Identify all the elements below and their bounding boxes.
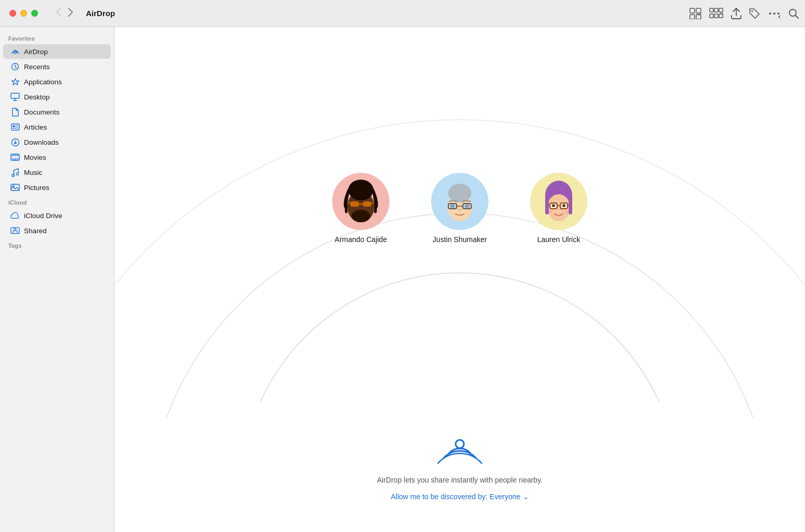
sidebar-item-recents[interactable]: Recents: [3, 59, 111, 74]
svg-rect-0: [690, 8, 695, 13]
svg-rect-31: [363, 201, 371, 207]
favorites-label: Favorites: [0, 31, 114, 44]
bottom-section: AirDrop lets you share instantly with pe…: [115, 421, 805, 501]
shared-icon: [10, 226, 20, 235]
svg-rect-8: [714, 14, 718, 18]
forward-button[interactable]: [66, 7, 76, 20]
window-title: AirDrop: [86, 9, 115, 18]
svg-point-48: [562, 204, 565, 207]
sidebar-item-movies-label: Movies: [24, 154, 46, 161]
svg-point-53: [456, 440, 464, 448]
svg-point-39: [464, 204, 470, 208]
content-area: Armando Cajide: [115, 27, 805, 532]
sidebar-item-music-label: Music: [24, 169, 42, 176]
music-icon: [10, 168, 20, 177]
pictures-icon: [10, 183, 20, 192]
minimize-button[interactable]: [20, 10, 27, 17]
svg-rect-44: [569, 194, 572, 214]
close-button[interactable]: [9, 10, 16, 17]
sidebar-item-shared[interactable]: Shared: [3, 223, 111, 238]
sidebar-item-airdrop-label: AirDrop: [24, 48, 48, 56]
svg-rect-43: [545, 194, 549, 214]
view-grid-icon[interactable]: [689, 8, 702, 19]
svg-rect-30: [350, 201, 359, 207]
desktop-icon: [10, 92, 20, 102]
sidebar-item-icloud-drive-label: iCloud Drive: [24, 212, 62, 220]
more-icon[interactable]: [768, 9, 781, 18]
sidebar-item-applications[interactable]: Applications: [3, 74, 111, 89]
airdrop-description: AirDrop lets you share instantly with pe…: [377, 476, 543, 484]
person-armando-name: Armando Cajide: [335, 235, 387, 244]
svg-rect-6: [719, 8, 723, 12]
sidebar-item-movies[interactable]: Movies: [3, 150, 111, 164]
svg-rect-1: [696, 8, 701, 13]
sidebar-item-downloads[interactable]: Downloads: [3, 135, 111, 149]
nav-buttons: [54, 7, 76, 20]
main-content: Favorites AirDrop Recents: [0, 27, 805, 532]
svg-point-51: [549, 210, 552, 213]
toolbar: AirDrop: [47, 7, 805, 20]
toolbar-actions: [689, 8, 799, 19]
svg-point-42: [547, 194, 570, 221]
group-icon[interactable]: [709, 8, 724, 19]
svg-point-32: [351, 210, 370, 222]
window-controls: [0, 10, 47, 17]
sidebar-item-applications-label: Applications: [24, 78, 62, 86]
airdrop-discovery-button[interactable]: Allow me to be discovered by: Everyone ⌄: [391, 492, 529, 501]
sidebar-item-music[interactable]: Music: [3, 165, 111, 180]
airdrop-discovery-label: Allow me to be discovered by: Everyone: [391, 492, 520, 501]
share-icon[interactable]: [731, 8, 741, 19]
svg-rect-9: [719, 14, 723, 18]
icloud-label: iCloud: [0, 195, 114, 208]
person-justin-name: Justin Shumaker: [433, 235, 487, 244]
airdrop-radar-icon: [436, 421, 483, 467]
people-row: Armando Cajide: [332, 173, 587, 244]
svg-point-35: [448, 184, 471, 202]
sidebar-item-recents-label: Recents: [24, 63, 50, 71]
svg-point-13: [777, 12, 779, 15]
person-justin[interactable]: Justin Shumaker: [431, 173, 488, 244]
sidebar: Favorites AirDrop Recents: [0, 27, 115, 532]
recents-icon: [10, 62, 20, 71]
person-lauren[interactable]: Lauren Ulrick: [530, 173, 587, 244]
icloud-icon: [10, 211, 20, 220]
svg-rect-17: [11, 93, 19, 98]
sidebar-item-shared-label: Shared: [24, 227, 47, 235]
svg-point-29: [348, 180, 373, 200]
svg-rect-18: [12, 125, 15, 128]
sidebar-item-airdrop[interactable]: AirDrop: [3, 44, 111, 59]
sidebar-item-articles-label: Articles: [24, 123, 47, 131]
avatar-armando: [332, 173, 389, 230]
svg-rect-4: [710, 8, 713, 12]
movies-icon: [10, 153, 20, 162]
svg-point-10: [751, 10, 753, 12]
svg-rect-5: [714, 8, 718, 12]
person-armando[interactable]: Armando Cajide: [332, 173, 389, 244]
airdrop-icon: [10, 47, 20, 56]
svg-point-38: [450, 204, 455, 208]
svg-point-12: [773, 12, 775, 15]
svg-point-26: [14, 229, 16, 231]
sidebar-item-pictures-label: Pictures: [24, 184, 49, 192]
applications-icon: [10, 77, 20, 86]
chevron-down-icon: ⌄: [523, 492, 529, 501]
sidebar-item-articles[interactable]: Articles: [3, 120, 111, 134]
back-button[interactable]: [54, 7, 63, 20]
maximize-button[interactable]: [31, 10, 38, 17]
sidebar-item-documents[interactable]: Documents: [3, 105, 111, 119]
sidebar-item-desktop-label: Desktop: [24, 93, 50, 101]
tag-icon[interactable]: [749, 8, 760, 19]
svg-point-11: [769, 12, 771, 15]
svg-rect-3: [696, 15, 701, 19]
person-lauren-name: Lauren Ulrick: [537, 235, 580, 244]
search-icon[interactable]: [788, 8, 799, 19]
sidebar-item-desktop[interactable]: Desktop: [3, 90, 111, 104]
sidebar-item-pictures[interactable]: Pictures: [3, 180, 111, 195]
avatar-justin: [431, 173, 488, 230]
titlebar: AirDrop: [0, 0, 805, 27]
svg-rect-7: [710, 14, 713, 18]
sidebar-item-icloud-drive[interactable]: iCloud Drive: [3, 208, 111, 223]
articles-icon: [10, 122, 20, 132]
avatar-lauren: [530, 173, 587, 230]
svg-point-52: [565, 210, 569, 213]
